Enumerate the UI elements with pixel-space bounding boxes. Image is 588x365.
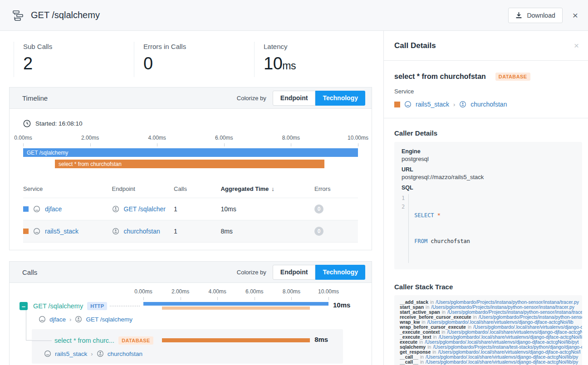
colorize-label: Colorize by — [237, 95, 266, 102]
service-color-swatch — [23, 229, 29, 234]
timeline-bar-database[interactable]: select * from churchofstan — [55, 160, 324, 168]
stack-frame-path-link[interactable]: /Users/pglombardo/.local/share/virtualen… — [439, 335, 582, 340]
stack-trace-lines: __add_stackin/Users/pglombardo/Projects/… — [400, 300, 582, 365]
endpoint-icon — [75, 316, 82, 323]
database-badge: DATABASE — [495, 73, 530, 81]
line-numbers: 1 2 — [402, 194, 409, 263]
call-name[interactable]: select * from churc... — [54, 337, 114, 344]
toggle-endpoint-button[interactable]: Endpoint — [273, 265, 316, 280]
stat-errors-in-calls: Errors in Calls 0 — [134, 42, 254, 77]
endpoint-icon — [97, 350, 104, 357]
call-details-panel: Call Details × select * from churchofsta… — [383, 31, 588, 365]
endpoint-link[interactable]: churchofstan — [108, 350, 142, 357]
stack-frame-path-link[interactable]: /Users/pglombardo/.local/share/virtualen… — [473, 325, 582, 330]
stack-frame-function: start_active_span — [400, 310, 440, 315]
clock-icon — [23, 120, 31, 127]
stack-frame-path-link[interactable]: /Users/pglombardo/.local/share/virtualen… — [447, 330, 582, 335]
stack-frame-path-link[interactable]: /Users/pglombardo/Projects/instana/pytho… — [436, 300, 579, 305]
col-service[interactable]: Service — [23, 182, 112, 198]
stack-frame-function: receive_before_cursor_execute — [400, 315, 471, 320]
close-icon[interactable]: × — [573, 10, 578, 20]
panel-close-icon[interactable]: × — [574, 41, 579, 50]
endpoint-link[interactable]: churchofstan — [470, 101, 507, 108]
aggregated-time-cell: 10ms — [220, 198, 314, 220]
stack-frame: sqlalchemyin/Users/pglombardo/Projects/i… — [400, 345, 582, 350]
tree-connector — [32, 341, 52, 341]
stack-frame-function: wrap_kw — [400, 320, 420, 325]
page-title: GET /sqlalchemy — [31, 10, 100, 20]
call-duration: 8ms — [314, 336, 328, 343]
sql-code-block: 1 2 SELECT * FROM churchofstan — [402, 194, 575, 263]
timeline-bar-http[interactable]: GET /sqlalchemy — [23, 148, 358, 157]
service-breadcrumb: rails5_stack › churchofstan — [394, 101, 582, 108]
toggle-technology-button[interactable]: Technology — [315, 91, 365, 106]
time-axis: 0.00ms2.00ms4.00ms6.00ms8.00ms10.00ms — [23, 135, 358, 147]
panel-header: Call Details × — [384, 31, 588, 61]
url-label: URL — [402, 166, 575, 173]
selected-call-block[interactable]: select * from churc... DATABASE 8ms rail… — [32, 329, 343, 364]
calls-cell: 1 — [174, 220, 220, 243]
stack-frame-path-link[interactable]: /Users/pglombardo/Projects/instana/pytho… — [431, 305, 574, 310]
chevron-right-icon: › — [453, 101, 455, 108]
panel-title: Call Details — [394, 41, 436, 50]
call-bar-database[interactable] — [162, 338, 310, 342]
caller-details-title: Caller Details — [394, 129, 582, 137]
endpoint-link[interactable]: churchofstan — [124, 228, 160, 235]
table-row[interactable]: djface GET /sqlalcher 1 10ms 0 — [23, 198, 358, 220]
stack-frame-function: _execute_text — [400, 335, 431, 340]
stack-frame-path-link[interactable]: /Users/pglombardo/.local/share/virtualen… — [438, 350, 580, 355]
call-service-breadcrumb: rails5_stack › churchofstan — [44, 349, 343, 358]
stack-frame-function: execute — [400, 340, 417, 345]
errors-badge: 0 — [314, 227, 323, 236]
stack-frame-path-link[interactable]: /Users/pglombardo/.local/share/virtualen… — [426, 360, 578, 365]
download-label: Download — [527, 12, 555, 19]
selected-call-name: select * from churchofstan — [394, 73, 486, 81]
call-bar-http[interactable] — [143, 302, 328, 306]
col-calls[interactable]: Calls — [174, 182, 220, 198]
service-link[interactable]: djface — [45, 205, 62, 213]
service-link[interactable]: rails5_stack — [55, 350, 87, 357]
stack-frame-function: __add_stack — [400, 300, 428, 305]
stack-frame-path-link[interactable]: /Users/pglombardo/.local/share/virtualen… — [425, 340, 578, 345]
stack-frame-function: get_response — [400, 350, 431, 355]
call-row-http[interactable]: – GET /sqlalchemy HTTP 10ms — [20, 300, 372, 312]
stack-frame-path-link[interactable]: /Users/pglombardo/Projects/instana/test-… — [433, 345, 582, 350]
stack-frame-path-link[interactable]: /Users/pglombardo/.local/share/virtualen… — [426, 355, 578, 360]
col-aggregated-time[interactable]: Aggregated Time↓ — [220, 182, 314, 198]
toggle-endpoint-button[interactable]: Endpoint — [273, 91, 316, 106]
stack-frame-path-link[interactable]: /Users/pglombardo/.local/share/virtualen… — [427, 320, 573, 325]
service-link[interactable]: rails5_stack — [45, 228, 78, 235]
calls-card: Calls Colorize by Endpoint Technology 0.… — [9, 261, 372, 365]
stack-frame-function: wrap_before_cursor_execute — [400, 325, 466, 330]
endpoint-link[interactable]: GET /sqlalcher — [124, 205, 166, 213]
errors-badge: 0 — [314, 204, 323, 214]
stack-frame: wrap_kwin/Users/pglombardo/.local/share/… — [400, 320, 582, 325]
table-row[interactable]: rails5_stack churchofstan 1 8ms 0 — [23, 220, 358, 243]
timeline-chart: 0.00ms2.00ms4.00ms6.00ms8.00ms10.00ms GE… — [23, 135, 358, 172]
call-name[interactable]: GET /sqlalchemy — [33, 302, 83, 310]
endpoint-link[interactable]: GET /sqlalchemy — [86, 316, 132, 323]
trace-start-time: Started: 16:08:10 — [23, 120, 358, 127]
col-errors[interactable]: Errors — [314, 182, 358, 198]
col-endpoint[interactable]: Endpoint — [112, 182, 174, 198]
service-link[interactable]: djface — [49, 316, 66, 323]
call-bars: 8ms — [143, 336, 328, 345]
toggle-technology-button[interactable]: Technology — [315, 265, 365, 280]
chevron-right-icon: › — [69, 316, 71, 323]
call-row-database[interactable]: select * from churc... DATABASE 8ms — [32, 335, 343, 346]
colorize-control: Colorize by Endpoint Technology — [237, 91, 365, 106]
table-header-row: Service Endpoint Calls Aggregated Time↓ … — [23, 182, 358, 198]
download-button[interactable]: Download — [508, 8, 562, 23]
colorize-toggle: Endpoint Technology — [273, 265, 365, 280]
collapse-button[interactable]: – — [20, 302, 28, 310]
stack-frame-path-link[interactable]: /Users/pglombardo/Projects/instana/pytho… — [447, 310, 582, 315]
service-label: Service — [394, 88, 582, 95]
endpoint-icon — [112, 205, 119, 213]
stack-frame-function: start_span — [400, 305, 424, 310]
timeline-card-header: Timeline Colorize by Endpoint Technology — [10, 88, 372, 109]
endpoint-icon — [112, 228, 119, 235]
stack-frame-function: __call__ — [400, 360, 418, 365]
service-link[interactable]: rails5_stack — [416, 101, 449, 108]
service-icon — [39, 316, 46, 323]
stack-frame-path-link[interactable]: /Users/pglombardo/Projects/instana/pytho… — [479, 315, 582, 320]
